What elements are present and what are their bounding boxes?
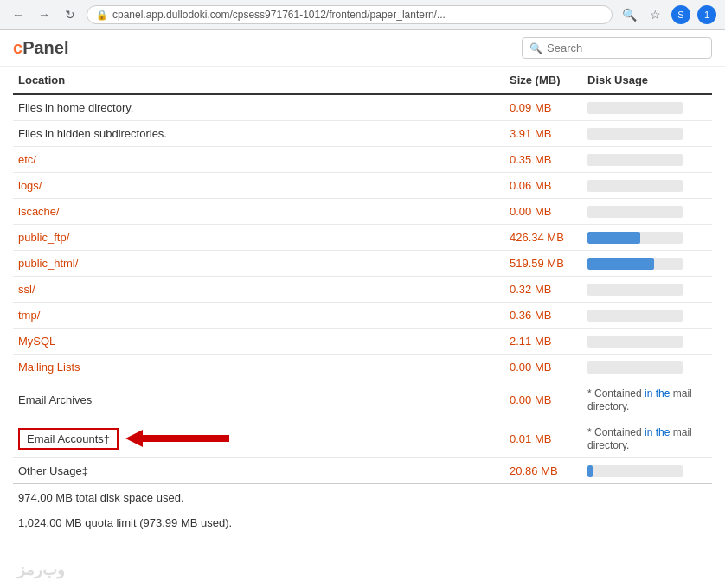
browser-icons: 🔍 ☆ S 1 (619, 5, 716, 24)
location-link[interactable]: public_html/ (18, 257, 78, 270)
location-link[interactable]: MySQL (18, 335, 55, 348)
quota-limit: 1,024.00 MB quota limit (973.99 MB used)… (18, 516, 707, 529)
totals-row-2: 1,024.00 MB quota limit (973.99 MB used)… (13, 510, 712, 535)
disk-cell (582, 94, 712, 121)
table-row: ssl/0.32 MB (13, 277, 712, 303)
location-link[interactable]: logs/ (18, 179, 42, 192)
location-text: Email Archives (18, 393, 92, 406)
search-icon-btn[interactable]: 🔍 (619, 5, 638, 24)
disk-cell: * Contained in the mail directory. (582, 419, 712, 458)
location-cell: Other Usage‡ (13, 458, 504, 484)
disk-cell: * Contained in the mail directory. (582, 380, 712, 419)
size-cell: 0.32 MB (504, 277, 582, 303)
size-cell: 0.00 MB (504, 355, 582, 380)
location-cell: Email Accounts† (13, 419, 504, 458)
disk-cell (582, 147, 712, 173)
table-row: logs/0.06 MB (13, 173, 712, 199)
disk-bar-container (587, 232, 683, 244)
location-link[interactable]: ssl/ (18, 283, 35, 296)
size-cell: 3.91 MB (504, 121, 582, 147)
address-text: cpanel.app.dullodoki.com/cpsess971761-10… (112, 9, 603, 21)
disk-bar-container (587, 180, 683, 192)
disk-bar (587, 232, 640, 244)
email-accounts-arrow-container: Email Accounts† (18, 428, 499, 450)
table-row: Files in home directory.0.09 MB (13, 94, 712, 121)
email-accounts-label: Email Accounts† (18, 428, 119, 450)
disk-cell (582, 251, 712, 277)
location-cell: lscache/ (13, 199, 504, 225)
disk-bar-container (587, 284, 683, 296)
disk-cell (582, 225, 712, 251)
location-text: Files in home directory. (18, 101, 133, 114)
location-cell: etc/ (13, 147, 504, 173)
contained-link[interactable]: in the (645, 387, 670, 399)
cpanel-logo: cPanel (13, 38, 68, 58)
table-row: tmp/0.36 MB (13, 303, 712, 329)
contained-link[interactable]: in the (645, 426, 670, 438)
disk-bar-container (587, 128, 683, 140)
user-avatar[interactable]: S (671, 5, 690, 24)
table-row: public_html/519.59 MB (13, 251, 712, 277)
location-link[interactable]: etc/ (18, 153, 36, 166)
lock-icon: 🔒 (96, 10, 108, 21)
back-button[interactable]: ← (9, 5, 28, 24)
disk-cell (582, 121, 712, 147)
totals-row-1: 974.00 MB total disk space used. (13, 484, 712, 511)
location-cell: tmp/ (13, 303, 504, 329)
contained-text: * Contained in the mail directory. (587, 387, 692, 412)
browser-chrome: ← → ↻ 🔒 cpanel.app.dullodoki.com/cpsess9… (0, 0, 725, 30)
disk-bar-container (587, 310, 683, 322)
disk-bar-container (587, 102, 683, 114)
table-row: Other Usage‡20.86 MB (13, 458, 712, 484)
location-cell: public_ftp/ (13, 225, 504, 251)
disk-cell (582, 458, 712, 484)
table-row: MySQL2.11 MB (13, 329, 712, 355)
size-cell: 519.59 MB (504, 251, 582, 277)
table-row: Mailing Lists0.00 MB (13, 355, 712, 380)
size-cell: 2.11 MB (504, 329, 582, 355)
disk-cell (582, 173, 712, 199)
location-cell: Email Archives (13, 380, 504, 419)
table-row: Email Archives0.00 MB* Contained in the … (13, 380, 712, 419)
location-link[interactable]: public_ftp/ (18, 231, 69, 244)
table-row: lscache/0.00 MB (13, 199, 712, 225)
red-arrow-icon (125, 428, 229, 449)
bookmark-icon-btn[interactable]: ☆ (645, 5, 664, 24)
main-content: Location Size (MB) Disk Usage Files in h… (0, 67, 725, 535)
disk-bar-container (587, 361, 683, 374)
size-cell: 0.09 MB (504, 94, 582, 121)
table-row: etc/0.35 MB (13, 147, 712, 173)
location-link[interactable]: lscache/ (18, 205, 60, 218)
disk-cell (582, 329, 712, 355)
location-cell: ssl/ (13, 277, 504, 303)
location-link[interactable]: tmp/ (18, 309, 40, 322)
table-row: public_ftp/426.34 MB (13, 225, 712, 251)
reload-button[interactable]: ↻ (61, 5, 80, 24)
disk-bar-container (587, 465, 683, 477)
disk-usage-table: Location Size (MB) Disk Usage Files in h… (13, 67, 712, 535)
location-cell: Files in hidden subdirectories. (13, 121, 504, 147)
forward-button[interactable]: → (35, 5, 54, 24)
size-cell: 0.36 MB (504, 303, 582, 329)
table-row: Files in hidden subdirectories.3.91 MB (13, 121, 712, 147)
svg-marker-0 (125, 430, 229, 447)
extensions-icon[interactable]: 1 (697, 5, 716, 24)
search-box[interactable]: 🔍 (522, 37, 712, 59)
disk-header: Disk Usage (582, 67, 712, 94)
size-cell: 0.35 MB (504, 147, 582, 173)
disk-bar (587, 465, 593, 477)
disk-cell (582, 199, 712, 225)
disk-cell (582, 303, 712, 329)
address-bar[interactable]: 🔒 cpanel.app.dullodoki.com/cpsess971761-… (87, 5, 613, 24)
size-cell: 0.00 MB (504, 380, 582, 419)
total-disk-used: 974.00 MB total disk space used. (18, 491, 707, 504)
size-cell: 0.06 MB (504, 173, 582, 199)
size-cell: 0.00 MB (504, 199, 582, 225)
table-row: Email Accounts†0.01 MB* Contained in the… (13, 419, 712, 458)
search-input[interactable] (547, 42, 704, 54)
disk-cell (582, 277, 712, 303)
location-link[interactable]: Mailing Lists (18, 361, 80, 374)
location-text: Other Usage‡ (18, 464, 88, 477)
size-cell: 0.01 MB (504, 419, 582, 458)
location-cell: Files in home directory. (13, 94, 504, 121)
